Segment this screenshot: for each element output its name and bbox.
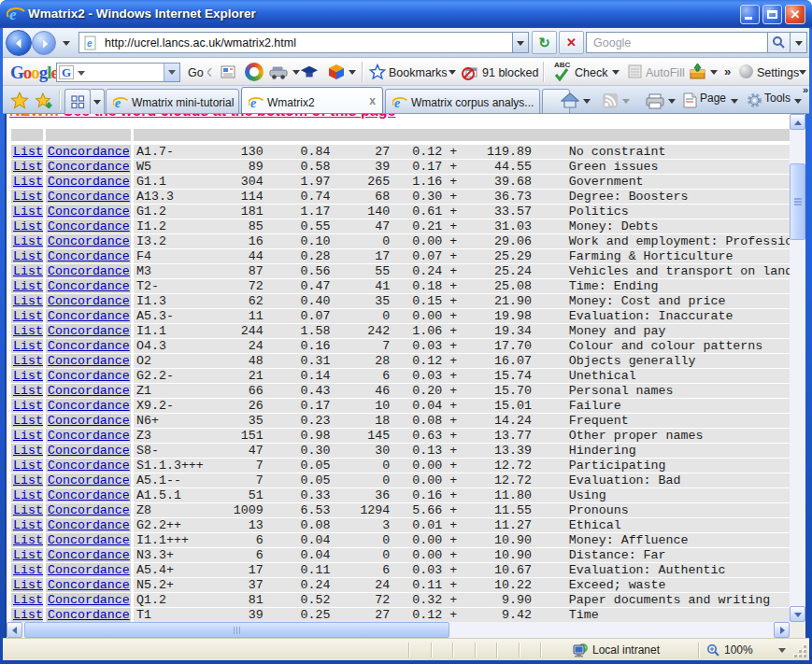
concordance-link[interactable]: Concordance bbox=[48, 593, 130, 607]
concordance-link[interactable]: Concordance bbox=[48, 488, 130, 502]
concordance-link[interactable]: Concordance bbox=[48, 279, 130, 293]
list-link[interactable]: List bbox=[13, 384, 43, 398]
swirl-icon[interactable] bbox=[245, 63, 264, 81]
settings-dropdown[interactable] bbox=[799, 70, 806, 75]
concordance-link[interactable]: Concordance bbox=[48, 234, 130, 248]
maximize-button[interactable] bbox=[762, 5, 782, 24]
scroll-left-button[interactable] bbox=[7, 622, 22, 638]
horizontal-scrollbar[interactable] bbox=[7, 622, 790, 638]
print-dropdown[interactable] bbox=[668, 99, 676, 104]
list-link[interactable]: List bbox=[13, 234, 43, 248]
quick-tabs-button[interactable] bbox=[64, 89, 91, 114]
send-to-dropdown[interactable] bbox=[710, 70, 718, 75]
tabbar-overflow-chevron[interactable]: » bbox=[803, 84, 808, 95]
list-link[interactable]: List bbox=[13, 249, 43, 263]
back-button[interactable] bbox=[6, 30, 32, 56]
settings-button[interactable]: Settings bbox=[757, 66, 799, 79]
list-link[interactable]: List bbox=[13, 324, 43, 338]
concordance-link[interactable]: Concordance bbox=[48, 578, 130, 592]
tab-close-icon[interactable]: x bbox=[369, 94, 376, 107]
list-link[interactable]: List bbox=[13, 429, 43, 443]
search-button[interactable] bbox=[768, 32, 791, 53]
tab-list-dropdown[interactable] bbox=[91, 89, 105, 114]
list-link[interactable]: List bbox=[13, 608, 43, 622]
rss-icon[interactable] bbox=[602, 92, 619, 109]
concordance-link[interactable]: Concordance bbox=[48, 399, 130, 413]
google-search-dropdown[interactable] bbox=[164, 64, 179, 81]
vertical-scroll-thumb[interactable] bbox=[790, 163, 805, 240]
concordance-link[interactable]: Concordance bbox=[48, 384, 130, 398]
list-link[interactable]: List bbox=[13, 369, 43, 383]
list-link[interactable]: List bbox=[13, 518, 43, 532]
car-dropdown[interactable] bbox=[292, 70, 300, 75]
refresh-button[interactable]: ↻ bbox=[532, 31, 557, 54]
concordance-link[interactable]: Concordance bbox=[48, 414, 130, 428]
home-icon[interactable] bbox=[561, 92, 579, 109]
tab-wmatrix-corpus-analysis[interactable]: e Wmatrix corpus analys... bbox=[385, 89, 540, 114]
concordance-link[interactable]: Concordance bbox=[48, 518, 130, 532]
tools-dropdown[interactable] bbox=[794, 99, 802, 104]
print-icon[interactable] bbox=[646, 93, 664, 109]
address-bar[interactable]: e http://ucrel.lancs.ac.uk/wmatrix2.html bbox=[78, 32, 513, 53]
recent-pages-dropdown[interactable] bbox=[63, 41, 70, 46]
list-link[interactable]: List bbox=[13, 459, 43, 473]
list-link[interactable]: List bbox=[13, 190, 43, 204]
home-dropdown[interactable] bbox=[583, 99, 591, 104]
list-link[interactable]: List bbox=[13, 563, 43, 577]
concordance-link[interactable]: Concordance bbox=[48, 608, 130, 622]
list-link[interactable]: List bbox=[13, 533, 43, 547]
list-link[interactable]: List bbox=[13, 488, 43, 502]
list-link[interactable]: List bbox=[13, 175, 43, 189]
list-link[interactable]: List bbox=[13, 339, 43, 353]
list-link[interactable]: List bbox=[13, 354, 43, 368]
list-link[interactable]: List bbox=[13, 444, 43, 458]
concordance-link[interactable]: Concordance bbox=[48, 503, 130, 517]
list-link[interactable]: List bbox=[13, 309, 43, 323]
concordance-link[interactable]: Concordance bbox=[48, 145, 130, 159]
concordance-link[interactable]: Concordance bbox=[48, 369, 130, 383]
add-favorite-icon[interactable] bbox=[35, 92, 53, 109]
bookmarks-button[interactable]: Bookmarks bbox=[389, 66, 448, 79]
favorites-star-icon[interactable] bbox=[10, 92, 29, 109]
concordance-link[interactable]: Concordance bbox=[48, 205, 130, 219]
page-dropdown[interactable] bbox=[731, 99, 738, 104]
cube-dropdown[interactable] bbox=[349, 70, 356, 75]
stop-button[interactable]: ✕ bbox=[559, 31, 584, 54]
scroll-down-button[interactable] bbox=[790, 606, 805, 622]
concordance-link[interactable]: Concordance bbox=[48, 294, 130, 308]
list-link[interactable]: List bbox=[13, 503, 43, 517]
google-search-input[interactable]: G bbox=[56, 63, 180, 82]
list-link[interactable]: List bbox=[13, 205, 43, 219]
concordance-link[interactable]: Concordance bbox=[48, 473, 130, 487]
concordance-link[interactable]: Concordance bbox=[48, 429, 130, 443]
check-button[interactable]: Check bbox=[575, 66, 607, 79]
concordance-link[interactable]: Concordance bbox=[48, 459, 130, 473]
graduation-cap-icon[interactable] bbox=[300, 63, 319, 81]
list-link[interactable]: List bbox=[13, 548, 43, 562]
list-link[interactable]: List bbox=[13, 593, 43, 607]
concordance-link[interactable]: Concordance bbox=[48, 548, 130, 562]
go-button[interactable]: Go bbox=[188, 66, 204, 79]
forward-button[interactable] bbox=[32, 31, 56, 55]
cube-icon[interactable] bbox=[327, 63, 346, 81]
check-dropdown[interactable] bbox=[612, 70, 620, 75]
list-link[interactable]: List bbox=[13, 414, 43, 428]
list-link[interactable]: List bbox=[13, 264, 43, 278]
list-link[interactable]: List bbox=[13, 279, 43, 293]
blocked-counter[interactable]: 91 blocked bbox=[482, 66, 538, 79]
concordance-link[interactable]: Concordance bbox=[48, 160, 130, 174]
resize-grip[interactable] bbox=[794, 645, 806, 657]
concordance-link[interactable]: Concordance bbox=[48, 324, 130, 338]
concordance-link[interactable]: Concordance bbox=[48, 339, 130, 353]
concordance-link[interactable]: Concordance bbox=[48, 190, 130, 204]
vertical-scrollbar[interactable] bbox=[790, 114, 805, 622]
search-options-dropdown[interactable] bbox=[791, 32, 807, 53]
list-link[interactable]: List bbox=[13, 473, 43, 487]
tools-menu[interactable]: Tools bbox=[764, 92, 791, 105]
search-box[interactable]: Google bbox=[586, 32, 768, 53]
concordance-link[interactable]: Concordance bbox=[48, 563, 130, 577]
list-link[interactable]: List bbox=[13, 145, 43, 159]
zoom-dropdown[interactable] bbox=[778, 648, 786, 653]
address-dropdown[interactable] bbox=[513, 32, 529, 53]
close-button[interactable]: ✕ bbox=[785, 5, 805, 24]
